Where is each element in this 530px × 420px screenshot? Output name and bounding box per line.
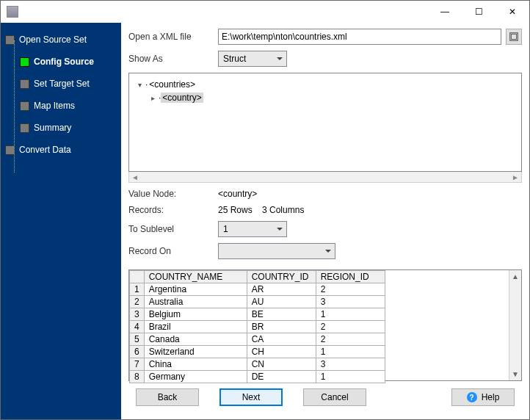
table-row[interactable]: 3BelgiumBE1 <box>130 308 385 321</box>
scroll-down-icon[interactable]: ▼ <box>509 368 521 380</box>
next-button[interactable]: Next <box>219 388 283 406</box>
sidebar-item-convert-data[interactable]: Convert Data <box>5 140 117 159</box>
table-row[interactable]: 5CanadaCA2 <box>130 333 385 346</box>
table-corner <box>130 271 145 283</box>
row-number: 1 <box>130 283 145 296</box>
app-window: — ☐ ✕ Open Source Set Config Source Set … <box>0 0 530 420</box>
cell[interactable]: 2 <box>316 333 385 346</box>
sidebar-item-set-target-set[interactable]: Set Target Set <box>20 74 117 93</box>
browse-icon <box>509 32 519 42</box>
cell[interactable]: Belgium <box>144 308 247 321</box>
value-node-label: Value Node: <box>128 189 218 199</box>
row-number: 7 <box>130 358 145 371</box>
scroll-left-icon[interactable]: ◄ <box>129 173 141 181</box>
row-number: 5 <box>130 333 145 346</box>
step-box-icon <box>20 57 29 67</box>
cell[interactable]: 3 <box>316 358 385 371</box>
close-button[interactable]: ✕ <box>495 1 529 23</box>
minimize-button[interactable]: — <box>428 1 462 23</box>
cell[interactable]: Switzerland <box>144 346 247 358</box>
help-label: Help <box>482 392 500 402</box>
record-on-label: Record On <box>128 246 218 256</box>
cell[interactable]: AR <box>247 283 316 296</box>
cell[interactable]: BE <box>247 308 316 321</box>
sidebar-item-config-source[interactable]: Config Source <box>20 52 117 71</box>
main-panel: Open a XML file Show As Struct ▾ · <box>121 23 529 419</box>
cell[interactable]: China <box>144 358 247 371</box>
step-box-icon <box>20 79 29 89</box>
sidebar-item-map-items[interactable]: Map Items <box>20 96 117 115</box>
cell[interactable]: AU <box>247 296 316 308</box>
row-number: 6 <box>130 346 145 358</box>
maximize-button[interactable]: ☐ <box>462 1 495 23</box>
sidebar-item-open-source-set[interactable]: Open Source Set <box>5 30 117 49</box>
xml-tree[interactable]: ▾ · <countries> ▸ · <country> <box>128 73 522 172</box>
sidebar-item-label: Summary <box>34 123 71 133</box>
cell[interactable]: BR <box>247 321 316 333</box>
step-box-icon <box>20 101 29 111</box>
chevron-down-icon[interactable]: ▾ <box>135 81 144 89</box>
show-as-select[interactable]: Struct <box>218 51 287 67</box>
tree-horizontal-scrollbar[interactable]: ◄ ► <box>128 172 522 184</box>
value-node-value: <country> <box>218 189 257 199</box>
step-box-icon <box>20 123 29 133</box>
cancel-button[interactable]: Cancel <box>303 388 366 406</box>
data-grid: COUNTRY_NAME COUNTRY_ID REGION_ID 1Argen… <box>128 269 522 381</box>
records-label: Records: <box>128 205 218 215</box>
row-number: 3 <box>130 308 145 321</box>
table-row[interactable]: 7ChinaCN3 <box>130 358 385 371</box>
data-table[interactable]: COUNTRY_NAME COUNTRY_ID REGION_ID 1Argen… <box>129 270 385 383</box>
browse-button[interactable] <box>506 29 522 45</box>
svg-rect-1 <box>512 35 517 40</box>
row-number: 2 <box>130 296 145 308</box>
table-vertical-scrollbar[interactable]: ▲ ▼ <box>509 270 521 380</box>
cell[interactable]: 2 <box>316 321 385 333</box>
cell[interactable]: 1 <box>316 308 385 321</box>
column-header[interactable]: COUNTRY_NAME <box>144 271 247 283</box>
sidebar-item-label: Convert Data <box>19 145 71 155</box>
sublevel-select[interactable]: 1 <box>218 221 287 237</box>
cell[interactable]: Canada <box>144 333 247 346</box>
titlebar: — ☐ ✕ <box>1 1 529 23</box>
records-value: 25 Rows 3 Columns <box>218 205 304 215</box>
cell[interactable]: Brazil <box>144 321 247 333</box>
row-number: 4 <box>130 321 145 333</box>
scroll-up-icon[interactable]: ▲ <box>509 270 521 283</box>
record-on-select[interactable] <box>218 243 335 259</box>
cell[interactable]: 2 <box>316 283 385 296</box>
cell[interactable]: CN <box>247 358 316 371</box>
tree-node-label: <country> <box>161 93 203 103</box>
tree-node-label: <countries> <box>148 79 197 90</box>
table-row[interactable]: 4BrazilBR2 <box>130 321 385 333</box>
sidebar-item-label: Map Items <box>34 101 75 111</box>
help-button[interactable]: ? Help <box>451 388 515 406</box>
app-icon <box>7 6 18 18</box>
show-as-label: Show As <box>128 54 218 64</box>
help-icon: ? <box>467 392 477 402</box>
cell[interactable]: CA <box>247 333 316 346</box>
column-header[interactable]: REGION_ID <box>316 271 385 283</box>
tree-node-root[interactable]: ▾ · <countries> <box>135 78 515 91</box>
tree-node-child[interactable]: ▸ · <country> <box>148 91 515 104</box>
cell[interactable]: Argentina <box>144 283 247 296</box>
back-button[interactable]: Back <box>136 388 199 406</box>
file-path-input[interactable] <box>218 29 501 45</box>
wizard-sidebar: Open Source Set Config Source Set Target… <box>1 23 121 419</box>
cell[interactable]: CH <box>247 346 316 358</box>
cell[interactable]: 3 <box>316 296 385 308</box>
sidebar-item-label: Open Source Set <box>19 35 87 45</box>
chevron-right-icon[interactable]: ▸ <box>148 94 157 102</box>
cell[interactable]: 1 <box>316 346 385 358</box>
table-row[interactable]: 1ArgentinaAR2 <box>130 283 385 296</box>
cell[interactable]: Australia <box>144 296 247 308</box>
wizard-footer: Back Next Cancel ? Help <box>128 381 522 413</box>
sidebar-item-summary[interactable]: Summary <box>20 118 117 137</box>
sublevel-label: To Sublevel <box>128 224 218 234</box>
sidebar-item-label: Set Target Set <box>34 79 90 89</box>
open-file-label: Open a XML file <box>128 32 218 42</box>
scroll-right-icon[interactable]: ► <box>509 173 521 181</box>
column-header[interactable]: COUNTRY_ID <box>247 271 316 283</box>
table-row[interactable]: 6SwitzerlandCH1 <box>130 346 385 358</box>
table-row[interactable]: 2AustraliaAU3 <box>130 296 385 308</box>
sidebar-item-label: Config Source <box>34 57 94 67</box>
